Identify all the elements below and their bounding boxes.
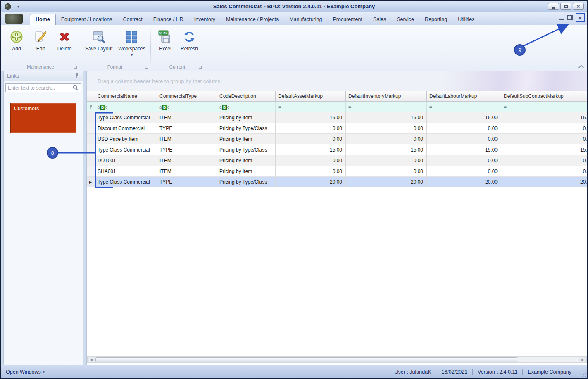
filter-cell-defaultlabourmarkup[interactable]: = [427,102,501,112]
tab-finance-hr[interactable]: Finance / HR [148,14,189,25]
sidebar-item-customers[interactable]: Customers [10,103,76,133]
search-input[interactable] [8,85,73,91]
cell-subcontractmarkup[interactable]: 0.00 [501,155,587,166]
scrollbar-thumb[interactable] [95,357,517,362]
cell-assetmarkup[interactable]: 0.00 [276,123,346,134]
excel-button[interactable]: XLSX Excel [155,27,176,52]
cell-subcontractmarkup[interactable]: 15.00 [501,112,587,123]
cell-codedescription[interactable]: Pricing by Item [217,112,276,123]
cell-inventorymarkup[interactable]: 0.00 [346,155,427,166]
minimize-button[interactable] [548,3,559,10]
dialog-launcher-icon[interactable] [145,66,148,69]
cell-commercialname[interactable]: Type Class Commercial [95,144,157,155]
tab-contract[interactable]: Contract [117,14,148,25]
column-header-codedescription[interactable]: CodeDescription [217,91,276,102]
cell-commercialtype[interactable]: ITEM [157,112,217,123]
cell-codedescription[interactable]: Pricing by Item [217,155,276,166]
cell-labourmarkup[interactable]: 15.00 [427,112,501,123]
cell-labourmarkup[interactable]: 0.00 [427,155,501,166]
column-header-defaultlabourmarkup[interactable]: DefaultLabourMarkup [427,91,501,102]
column-header-defaultassetmarkup[interactable]: DefaultAssetMarkup [276,91,346,102]
child-close-button[interactable]: × [576,13,585,22]
filter-cell-defaultassetmarkup[interactable]: = [276,102,346,112]
cell-subcontractmarkup[interactable]: 15.00 [501,144,587,155]
child-restore-icon[interactable] [567,15,573,20]
cell-labourmarkup[interactable]: 20.00 [427,177,501,187]
cell-assetmarkup[interactable]: 0.00 [276,166,346,177]
column-header-commercialname[interactable]: CommercialName [95,91,157,102]
table-row[interactable]: Type Class Commercial ITEM Pricing by It… [87,112,587,123]
scroll-right-button[interactable]: ▶ [579,357,586,362]
delete-button[interactable]: Delete [54,27,75,52]
table-row-selected[interactable]: ▶ Type Class Commercial TYPE Pricing by … [87,177,587,187]
cell-commercialname[interactable]: SHA001 [95,166,157,177]
horizontal-scrollbar[interactable]: ◀ ▶ [87,356,587,363]
edit-button[interactable]: Edit [30,27,51,52]
cell-commercialtype[interactable]: ITEM [157,155,217,166]
dialog-launcher-icon[interactable] [199,66,202,69]
cell-commercialname[interactable]: Type Class Commercial [95,177,157,187]
refresh-button[interactable]: Refresh [179,27,200,52]
scroll-left-button[interactable]: ◀ [88,357,95,362]
open-windows-button[interactable]: Open Windows ▾ [6,369,45,375]
cell-inventorymarkup[interactable]: 0.00 [346,123,427,134]
cell-labourmarkup[interactable]: 15.00 [427,144,501,155]
tab-utilities[interactable]: Utilities [452,14,480,25]
cell-assetmarkup[interactable]: 0.00 [276,134,346,144]
cell-labourmarkup[interactable]: 0.00 [427,166,501,177]
cell-subcontractmarkup[interactable]: 0.00 [501,134,587,144]
cell-codedescription[interactable]: Pricing by Item [217,166,276,177]
cell-commercialtype[interactable]: TYPE [157,144,217,155]
quick-access-caret-icon[interactable]: ▾ [17,4,19,9]
cell-subcontractmarkup[interactable]: 20.00 [501,177,587,187]
table-row[interactable]: Discount Commercial TYPE Pricing by Type… [87,123,587,134]
save-layout-button[interactable]: Save Layout [83,27,114,52]
tab-service[interactable]: Service [391,14,419,25]
cell-inventorymarkup[interactable]: 0.00 [346,166,427,177]
cell-inventorymarkup[interactable]: 20.00 [346,177,427,187]
cell-assetmarkup[interactable]: 15.00 [276,144,346,155]
tab-manufacturing[interactable]: Manufacturing [284,14,327,25]
resize-grip[interactable] [581,372,586,377]
tab-equipment-locations[interactable]: Equipment / Locations [56,14,118,25]
column-header-defaultsubcontractmarkup[interactable]: DefaultSubContractMarkup [501,91,587,102]
cell-labourmarkup[interactable]: 0.00 [427,134,501,144]
tab-reporting[interactable]: Reporting [419,14,452,25]
table-row[interactable]: Type Class Commercial TYPE Pricing by Ty… [87,144,587,155]
cell-inventorymarkup[interactable]: 0.00 [346,134,427,144]
cell-codedescription[interactable]: Pricing by Item [217,134,276,144]
cell-commercialtype[interactable]: TYPE [157,123,217,134]
cell-inventorymarkup[interactable]: 15.00 [346,112,427,123]
tab-maintenance-projects[interactable]: Maintenance / Projects [221,14,284,25]
add-button[interactable]: Add [6,27,27,52]
filter-cell-defaultinventorymarkup[interactable]: = [346,102,427,112]
cell-labourmarkup[interactable]: 0.00 [427,123,501,134]
filter-cell-commercialtype[interactable]: aBc [157,102,217,112]
dialog-launcher-icon[interactable] [74,66,77,69]
application-menu-button[interactable] [5,14,23,24]
filter-cell-codedescription[interactable]: aBc [217,102,276,112]
table-row[interactable]: USD Price by Item ITEM Pricing by Item 0… [87,134,587,144]
search-icon[interactable] [73,85,79,91]
scrollbar-track[interactable] [95,357,579,362]
cell-assetmarkup[interactable]: 20.00 [276,177,346,187]
table-row[interactable]: SHA001 ITEM Pricing by Item 0.00 0.00 0.… [87,166,587,177]
cell-codedescription[interactable]: Pricing by Type/Class [217,144,276,155]
cell-inventorymarkup[interactable]: 15.00 [346,144,427,155]
tab-sales[interactable]: Sales [368,14,391,25]
cell-commercialname[interactable]: USD Price by Item [95,134,157,144]
tab-procurement[interactable]: Procurement [327,14,368,25]
filter-cell-defaultsubcontractmarkup[interactable]: = [501,102,587,112]
tab-home[interactable]: Home [30,14,56,25]
group-by-hint[interactable]: Drag a column header here to group by th… [87,71,587,91]
workspaces-button[interactable]: Workspaces ▾ [117,27,147,57]
cell-commercialtype[interactable]: ITEM [157,166,217,177]
child-minimize-icon[interactable] [559,19,564,20]
cell-codedescription[interactable]: Pricing by Type/Class [217,177,276,187]
maximize-button[interactable] [560,3,571,10]
column-header-commercialtype[interactable]: CommercialType [157,91,217,102]
cell-commercialtype[interactable]: TYPE [157,177,217,187]
cell-codedescription[interactable]: Pricing by Type/Class [217,123,276,134]
cell-assetmarkup[interactable]: 0.00 [276,155,346,166]
close-button[interactable]: × [573,3,584,10]
